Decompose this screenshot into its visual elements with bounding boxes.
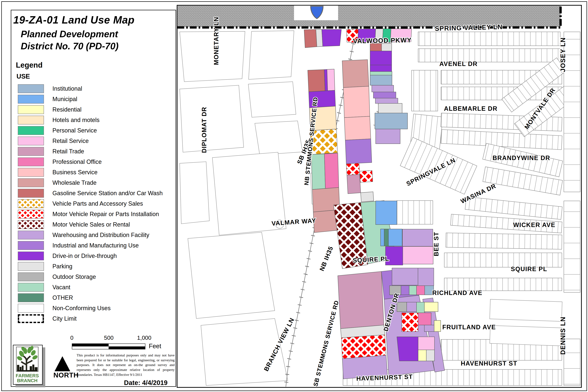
title-legend-panel: 19-ZA-01 Land Use Map Planned Developmen… [11, 10, 176, 387]
legend-swatch-muni [18, 95, 44, 104]
page-subtitle-line2: District No. 70 (PD-70) [21, 41, 118, 52]
street-label-fruitland-ave: FRUITLAND AVE [442, 324, 496, 330]
legend-label: Outdoor Storage [52, 274, 96, 280]
scale-tick-label: 0 [70, 334, 73, 341]
legend-label: Wholesale Trade [52, 179, 96, 186]
legend-label: Vacant [52, 284, 70, 291]
crosshatch-pattern [18, 210, 44, 218]
legend-item-muni: Municipal [18, 94, 171, 104]
page-subtitle-line1: Planned Development [21, 28, 118, 39]
legend-swatch-whole [18, 178, 44, 187]
map-area: SPRING VALLEY LNVALWOOD PKWYMONETARY LNA… [177, 5, 582, 388]
legend-label: Parking [52, 263, 72, 270]
legend-swatch-resid [18, 105, 44, 114]
street-label-richland-ave: RICHLAND AVE [432, 290, 482, 296]
legend-item-park: Parking [18, 261, 171, 272]
scale-bar-unit: Feet [149, 343, 161, 350]
legend-item-bsvc: Business Service [18, 167, 171, 178]
legend-item-rsvc: Retail Service [18, 136, 171, 146]
legend-item-ware: Warehousing and Distribution Facility [18, 230, 171, 240]
legend-item-drive: Drive-in or Drive-through [18, 251, 171, 261]
legend-swatch-rtrade [18, 147, 44, 156]
street-label-wicker-ave: WICKER AVE [513, 222, 556, 228]
legend-label: Industrial and Manufacturing Use [52, 242, 139, 249]
legend-label: Business Service [52, 169, 98, 176]
legend-item-sales: Motor Vehicle Sales or Rental [18, 219, 171, 230]
legend-swatch-repair [18, 210, 44, 218]
legend-swatch-vac [18, 283, 44, 292]
legend-swatch-drive [18, 252, 44, 260]
legend-label: Motor Vehicle Sales or Rental [52, 221, 130, 228]
farmers-branch-logo: FARMERS BRANCH [13, 345, 43, 385]
legend-label: Gasoline Service Station and/or Car Wash [52, 190, 163, 197]
scale-tick-label: 1,000 [137, 334, 152, 341]
legend-item-rtrade: Retail Trade [18, 146, 171, 157]
legend-swatch-out [18, 272, 44, 281]
scale-bar-segment [108, 344, 145, 346]
street-label-dennis-ln: DENNIS LN [559, 316, 566, 355]
page-title: 19-ZA-01 Land Use Map [13, 14, 134, 26]
legend-label: Municipal [52, 96, 77, 102]
legend-swatch-other [18, 293, 44, 302]
legend-label: Vehicle Parts and Accessory Sales [52, 200, 143, 207]
legend-label: Non-Conforming Uses [52, 305, 110, 312]
north-label: NORTH [54, 371, 72, 379]
legend-item-gas: Gasoline Service Station and/or Car Wash [18, 188, 171, 198]
legend-label: Warehousing and Distribution Facility [52, 232, 149, 238]
north-arrow: NORTH [54, 356, 72, 379]
logo-text-line2: BRANCH [17, 378, 38, 383]
legend-label: Personal Service [52, 127, 97, 134]
legend-swatch-sales [18, 220, 44, 229]
legend-label: Motor Vehicle Repair or Parts Installati… [52, 211, 159, 218]
legend-swatch-ware [18, 231, 44, 240]
legend-item-whole: Wholesale Trade [18, 178, 171, 188]
street-label-josey-ln: JOSEY LN [559, 37, 566, 72]
scale-bar-labels: 05001,000 [11, 334, 176, 341]
street-label-bee-st: BEE ST [433, 232, 440, 256]
legend-swatch-park [18, 262, 44, 271]
legend-item-out: Outdoor Storage [18, 272, 171, 282]
street-label-avenel-dr: AVENEL DR [439, 60, 478, 67]
legend-label: Hotels and motels [52, 116, 100, 124]
logo-text-line1: FARMERS [16, 373, 39, 378]
legend-swatch-bsvc [18, 168, 44, 177]
legend-swatch-vparts [18, 199, 44, 208]
street-label-brandywine-dr: BRANDYWINE DR [492, 154, 550, 161]
street-label-valwood-pkwy: VALWOOD PKWY [353, 36, 412, 44]
use-heading: USE [16, 73, 30, 80]
legend-swatch-hotel [18, 116, 44, 124]
legend-label: Retail Service [52, 138, 89, 144]
crosshatch-pattern [18, 220, 44, 229]
legend-swatch-noncon [18, 304, 44, 312]
legend-swatch-gas [18, 189, 44, 198]
scale-bar-segment [72, 346, 108, 349]
legend-label: OTHER [52, 294, 73, 301]
legend-heading: Legend [16, 60, 43, 70]
legend-swatch-ind [18, 241, 44, 250]
legend-item-pers: Personal Service [18, 125, 171, 136]
out-of-city-band [178, 6, 560, 28]
legend-list: InstitutionalMunicipalResidentialHotels … [18, 84, 171, 324]
legend-label: City Limit [52, 315, 76, 322]
legend-item-inst: Institutional [18, 84, 171, 94]
legend-item-vparts: Vehicle Parts and Accessory Sales [18, 198, 171, 209]
legend-item-city-limit: City Limit [18, 314, 171, 324]
scale-bar-segment [72, 344, 108, 346]
legend-item-vac: Vacant [18, 282, 171, 292]
date-label: Date: 4/4/2019 [124, 379, 168, 386]
map-svg: SPRING VALLEY LNVALWOOD PKWYMONETARY LNA… [177, 5, 582, 388]
scale-tick-label: 500 [104, 334, 114, 341]
street-label-monetary-ln: MONETARY LN [213, 17, 220, 65]
legend-label: Professional Office [52, 158, 102, 165]
legend-swatch-inst [18, 84, 44, 93]
legend-swatch-prof [18, 158, 44, 166]
legend-label: Residential [52, 106, 82, 113]
legend-label: Institutional [52, 85, 82, 92]
street-label-squire-pl: SQUIRE PL [511, 266, 547, 272]
legend-label: Drive-in or Drive-through [52, 252, 117, 259]
street-label-albemarle-dr: ALBEMARLE DR [444, 105, 498, 112]
street-label-diplomat-dr: DIPLOMAT DR [201, 107, 208, 153]
disclaimer-text: This product is for informational purpos… [76, 353, 174, 377]
street-label-havenhurst-st: HAVENHURST ST [461, 360, 517, 367]
legend-item-prof: Professional Office [18, 157, 171, 167]
